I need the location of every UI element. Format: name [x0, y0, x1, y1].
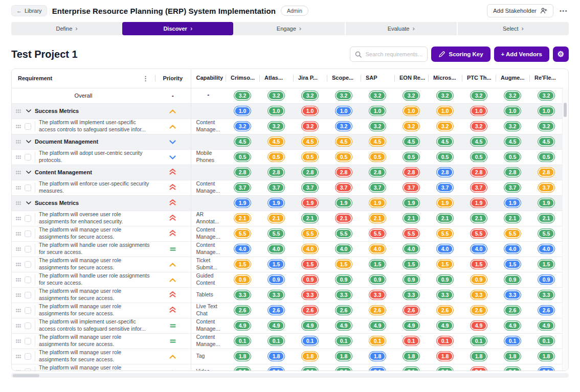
score-pill[interactable]: 0.1 — [403, 336, 420, 346]
score-pill[interactable]: 3.2 — [403, 90, 420, 101]
column-menu-icon[interactable]: ⋮ — [140, 75, 151, 82]
column-header-vendor[interactable]: SAP — [361, 69, 394, 88]
score-pill[interactable]: 3.3 — [470, 290, 487, 300]
score-pill[interactable]: 0.5 — [267, 152, 285, 162]
score-pill[interactable]: 2.8 — [234, 167, 251, 177]
column-header-vendor[interactable]: Micros... — [428, 69, 462, 88]
priority-highest-icon[interactable] — [169, 230, 176, 236]
score-pill[interactable]: 1.9 — [301, 198, 319, 208]
score-pill[interactable]: 1.8 — [436, 351, 454, 361]
drag-handle-icon[interactable] — [16, 355, 21, 358]
row-checkbox[interactable] — [25, 123, 31, 130]
score-pill[interactable]: 0.5 — [538, 152, 555, 162]
score-pill[interactable]: 4.5 — [267, 136, 285, 147]
score-pill[interactable]: 2.1 — [403, 213, 420, 223]
score-pill[interactable]: 2.1 — [538, 213, 555, 223]
column-header-vendor[interactable]: EON Re... — [394, 69, 428, 88]
score-pill[interactable]: 4.5 — [470, 136, 487, 147]
stage-tab-engage[interactable]: Engage› — [233, 22, 344, 35]
score-pill[interactable]: 2.6 — [234, 305, 251, 315]
row-checkbox[interactable] — [25, 338, 31, 344]
priority-low-icon[interactable] — [169, 155, 176, 159]
score-pill[interactable]: 2.6 — [504, 305, 521, 315]
score-pill[interactable]: 0.1 — [267, 336, 285, 346]
score-pill[interactable]: 0.5 — [335, 152, 352, 162]
score-pill[interactable]: 1.5 — [403, 259, 420, 269]
score-pill[interactable]: 3.3 — [301, 290, 319, 300]
priority-medium-icon[interactable] — [170, 247, 176, 251]
column-header-vendor[interactable]: Augme... — [496, 69, 529, 88]
score-pill[interactable]: 2.1 — [436, 213, 454, 223]
score-pill[interactable]: 3.1 — [234, 366, 251, 371]
row-checkbox[interactable] — [25, 154, 31, 160]
score-pill[interactable]: 4.5 — [538, 136, 555, 147]
score-pill[interactable]: 1.0 — [335, 106, 352, 116]
score-pill[interactable]: 3.2 — [267, 90, 285, 101]
score-pill[interactable]: 3.1 — [335, 366, 352, 371]
score-pill[interactable]: 0.9 — [335, 274, 352, 285]
collapse-chevron-icon[interactable] — [26, 140, 31, 143]
score-pill[interactable]: 4.0 — [470, 244, 487, 254]
score-pill[interactable]: 3.7 — [403, 182, 420, 193]
score-pill[interactable]: 1.0 — [369, 106, 386, 116]
score-pill[interactable]: 3.7 — [470, 182, 487, 193]
score-pill[interactable]: 3.3 — [436, 290, 454, 300]
score-pill[interactable]: 0.9 — [538, 274, 555, 285]
score-pill[interactable]: 3.7 — [369, 182, 386, 193]
score-pill[interactable]: 3.2 — [335, 90, 352, 101]
row-checkbox[interactable] — [25, 353, 31, 360]
score-pill[interactable]: 5.5 — [369, 228, 386, 239]
drag-handle-icon[interactable] — [16, 247, 21, 251]
score-pill[interactable]: 3.2 — [436, 121, 454, 131]
score-pill[interactable]: 1.9 — [470, 198, 487, 208]
priority-medium-icon[interactable] — [170, 324, 176, 328]
priority-highest-icon[interactable] — [169, 307, 176, 313]
stage-tab-define[interactable]: Define› — [11, 22, 122, 35]
add-vendors-button[interactable]: + Add Vendors — [494, 47, 549, 62]
score-pill[interactable]: 1.0 — [538, 106, 555, 116]
score-pill[interactable]: 0.5 — [436, 152, 454, 162]
score-pill[interactable]: 1.5 — [436, 259, 454, 269]
score-pill[interactable]: 4.9 — [470, 320, 487, 331]
column-header-vendor[interactable]: Re'Fle... — [529, 69, 563, 88]
score-pill[interactable]: 3.2 — [538, 121, 555, 131]
row-checkbox[interactable] — [25, 230, 31, 237]
row-checkbox[interactable] — [25, 246, 31, 252]
score-pill[interactable]: 2.6 — [267, 305, 285, 315]
score-pill[interactable]: 4.0 — [301, 244, 319, 254]
score-pill[interactable]: 3.7 — [301, 182, 319, 193]
priority-highest-icon[interactable] — [169, 169, 176, 175]
score-pill[interactable]: 4.5 — [301, 136, 319, 147]
score-pill[interactable]: 2.6 — [436, 305, 454, 315]
score-pill[interactable]: 3.3 — [403, 290, 420, 300]
score-pill[interactable]: 4.0 — [369, 244, 386, 254]
score-pill[interactable]: 1.9 — [369, 198, 386, 208]
score-pill[interactable]: 0.5 — [470, 152, 487, 162]
row-checkbox[interactable] — [25, 185, 31, 191]
score-pill[interactable]: 0.1 — [436, 336, 454, 346]
stage-tab-discover[interactable]: Discover› — [122, 22, 233, 35]
priority-medium-icon[interactable] — [170, 339, 176, 343]
score-pill[interactable]: 2.6 — [403, 305, 420, 315]
score-pill[interactable]: 4.5 — [403, 136, 420, 147]
score-pill[interactable]: 3.1 — [301, 366, 319, 371]
priority-low-icon[interactable] — [169, 140, 176, 144]
score-pill[interactable]: 4.9 — [369, 320, 386, 331]
stage-tab-select[interactable]: Select› — [457, 22, 569, 35]
score-pill[interactable]: 0.1 — [301, 336, 319, 346]
score-pill[interactable]: 4.0 — [436, 244, 454, 254]
scoring-key-button[interactable]: Scoring Key — [431, 47, 490, 62]
row-checkbox[interactable] — [25, 276, 31, 283]
score-pill[interactable]: 2.1 — [470, 213, 487, 223]
score-pill[interactable]: 2.8 — [538, 167, 555, 177]
score-pill[interactable]: 3.7 — [335, 182, 352, 193]
score-pill[interactable]: 1.9 — [234, 198, 251, 208]
priority-high-icon[interactable] — [169, 263, 176, 267]
score-pill[interactable]: 3.1 — [436, 366, 454, 371]
score-pill[interactable]: 2.6 — [369, 305, 386, 315]
score-pill[interactable]: 3.2 — [301, 90, 319, 101]
row-checkbox[interactable] — [25, 292, 31, 298]
drag-handle-icon[interactable] — [16, 109, 21, 113]
score-pill[interactable]: 3.1 — [470, 366, 487, 371]
score-pill[interactable]: 3.2 — [504, 121, 521, 131]
